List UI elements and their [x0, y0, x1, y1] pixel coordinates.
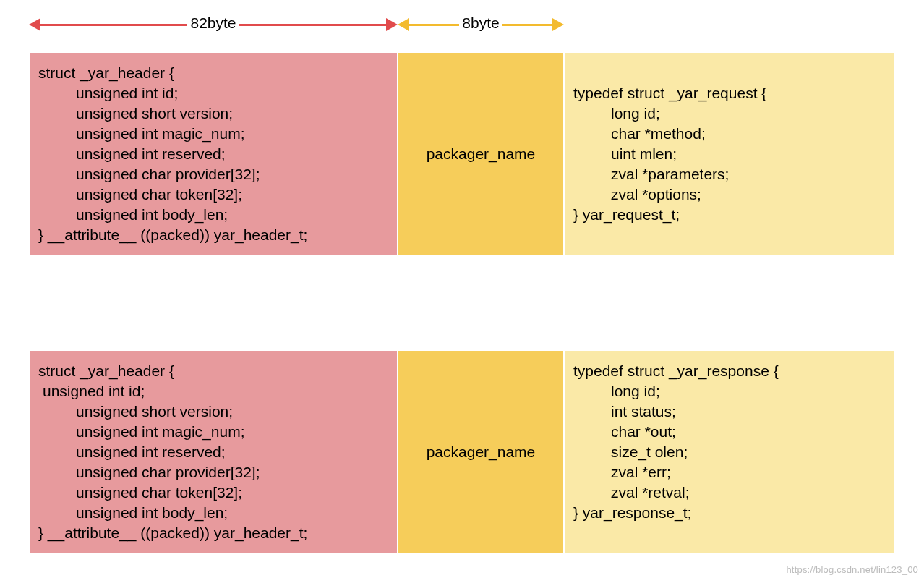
yar-request-struct: typedef struct _yar_request { long id; c… — [564, 52, 895, 256]
code-line: int status; — [573, 401, 886, 422]
code-line: unsigned int id; — [38, 83, 388, 103]
code-line: zval *parameters; — [573, 164, 886, 184]
packager-name-cell: packager_name — [398, 350, 564, 554]
code-line: zval *err; — [573, 462, 886, 483]
arrow-left-icon — [29, 18, 40, 31]
arrow-left-icon — [398, 18, 409, 31]
code-line: long id; — [573, 381, 886, 401]
code-line: unsigned short version; — [38, 103, 388, 124]
code-line: unsigned int magic_num; — [38, 124, 388, 144]
code-line: } __attribute__ ((packed)) yar_header_t; — [38, 523, 388, 543]
code-line: } yar_response_t; — [573, 503, 886, 523]
request-row: struct _yar_header { unsigned int id; un… — [29, 52, 895, 256]
code-line: struct _yar_header { — [38, 63, 388, 83]
code-line: unsigned char provider[32]; — [38, 164, 388, 184]
code-line: unsigned int magic_num; — [38, 422, 388, 442]
code-line: typedef struct _yar_response { — [573, 361, 886, 381]
arrow-right-icon — [386, 18, 398, 31]
code-line: uint mlen; — [573, 144, 886, 164]
code-line: typedef struct _yar_request { — [573, 83, 886, 103]
code-line: unsigned int body_len; — [38, 205, 388, 225]
code-line: struct _yar_header { — [38, 361, 388, 381]
yar-response-struct: typedef struct _yar_response { long id; … — [564, 350, 895, 554]
header-size-label: 82byte — [187, 14, 239, 32]
code-line: unsigned char token[32]; — [38, 483, 388, 503]
code-line: zval *retval; — [573, 483, 886, 503]
arrow-right-icon — [552, 18, 564, 31]
watermark: https://blog.csdn.net/lin123_00 — [786, 564, 918, 575]
code-line: unsigned short version; — [38, 401, 388, 422]
code-line: } yar_request_t; — [573, 205, 886, 225]
header-size-arrow: 82byte — [29, 16, 398, 33]
code-line: zval *options; — [573, 184, 886, 205]
code-line: char *method; — [573, 124, 886, 144]
yar-header-struct: struct _yar_header { unsigned int id; un… — [29, 350, 398, 554]
packager-name-label: packager_name — [427, 144, 536, 164]
code-line: unsigned int id; — [38, 381, 388, 401]
code-line: long id; — [573, 103, 886, 124]
code-line: unsigned char token[32]; — [38, 184, 388, 205]
diagram-canvas: 82byte 8byte struct _yar_header { unsign… — [0, 0, 924, 578]
packager-name-label: packager_name — [427, 442, 536, 462]
code-line: unsigned char provider[32]; — [38, 462, 388, 483]
code-line: } __attribute__ ((packed)) yar_header_t; — [38, 225, 388, 245]
response-row: struct _yar_header { unsigned int id; un… — [29, 350, 895, 554]
code-line: unsigned int reserved; — [38, 144, 388, 164]
code-line: unsigned int reserved; — [38, 442, 388, 462]
code-line: char *out; — [573, 422, 886, 442]
code-line: unsigned int body_len; — [38, 503, 388, 523]
yar-header-struct: struct _yar_header { unsigned int id; un… — [29, 52, 398, 256]
code-line: size_t olen; — [573, 442, 886, 462]
packager-name-cell: packager_name — [398, 52, 564, 256]
packager-size-arrow: 8byte — [398, 16, 564, 33]
packager-size-label: 8byte — [459, 14, 502, 32]
